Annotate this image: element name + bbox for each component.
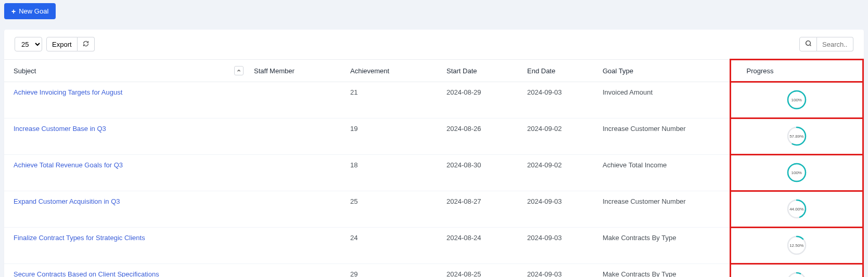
- cell-end-date: 2024-09-02: [522, 155, 597, 191]
- progress-ring: 12.50%: [787, 235, 807, 255]
- chevron-up-icon: [236, 68, 241, 73]
- cell-goal-type: Make Contracts By Type: [597, 228, 730, 264]
- cell-achievement: 19: [345, 118, 441, 155]
- header-progress-label: Progress: [747, 67, 774, 75]
- refresh-button[interactable]: [78, 37, 95, 51]
- column-header-staff[interactable]: Staff Member: [249, 60, 345, 82]
- export-label: Export: [52, 41, 72, 48]
- refresh-icon: [83, 41, 89, 48]
- cell-end-date: 2024-09-03: [522, 191, 597, 228]
- progress-ring: 44.00%: [787, 199, 807, 219]
- cell-progress: 12.50%: [730, 228, 863, 264]
- progress-percent-label: 12.50%: [787, 235, 807, 255]
- cell-start-date: 2024-08-29: [441, 82, 522, 118]
- cell-start-date: 2024-08-24: [441, 228, 522, 264]
- cell-staff: [249, 228, 345, 264]
- subject-link[interactable]: Increase Customer Base in Q3: [14, 125, 106, 133]
- cell-staff: [249, 191, 345, 228]
- cell-staff: [249, 155, 345, 191]
- cell-end-date: 2024-09-03: [522, 228, 597, 264]
- table-row: Achieve Invoicing Targets for August2120…: [4, 82, 863, 118]
- cell-staff: [249, 82, 345, 118]
- progress-percent-label: 100%: [787, 90, 807, 110]
- cell-progress: 100%: [730, 82, 863, 118]
- subject-link[interactable]: Finalize Contract Types for Strategic Cl…: [14, 234, 145, 242]
- toolbar-right: [799, 37, 853, 51]
- sort-button[interactable]: [234, 66, 244, 75]
- export-button[interactable]: Export: [46, 37, 78, 51]
- cell-end-date: 2024-09-03: [522, 264, 597, 278]
- cell-start-date: 2024-08-26: [441, 118, 522, 155]
- new-goal-button[interactable]: + New Goal: [4, 3, 56, 19]
- cell-start-date: 2024-08-30: [441, 155, 522, 191]
- new-goal-label: New Goal: [19, 7, 48, 15]
- subject-link[interactable]: Achieve Invoicing Targets for August: [14, 88, 122, 96]
- column-header-end[interactable]: End Date: [522, 60, 597, 82]
- header-type-label: Goal Type: [603, 67, 633, 75]
- cell-start-date: 2024-08-25: [441, 264, 522, 278]
- table-row: Expand Customer Acquisition in Q3252024-…: [4, 191, 863, 228]
- progress-percent-label: 100%: [787, 163, 807, 182]
- progress-ring: 6.90%: [787, 272, 807, 277]
- goals-card: 25 Export: [4, 30, 864, 277]
- table-row: Finalize Contract Types for Strategic Cl…: [4, 228, 863, 264]
- plus-icon: +: [11, 8, 16, 15]
- cell-progress: 6.90%: [730, 264, 863, 278]
- column-header-achievement[interactable]: Achievement: [345, 60, 441, 82]
- page-size-select[interactable]: 25: [15, 37, 42, 51]
- header-subject-label: Subject: [14, 67, 36, 75]
- cell-staff: [249, 264, 345, 278]
- cell-achievement: 18: [345, 155, 441, 191]
- cell-subject: Finalize Contract Types for Strategic Cl…: [4, 228, 249, 264]
- search-icon: [805, 40, 812, 48]
- cell-start-date: 2024-08-27: [441, 191, 522, 228]
- column-header-type[interactable]: Goal Type: [597, 60, 730, 82]
- table-header-row: Subject Staff Member Achievement Start D…: [4, 60, 863, 82]
- cell-progress: 57.89%: [730, 118, 863, 155]
- cell-progress: 100%: [730, 155, 863, 191]
- column-header-subject[interactable]: Subject: [4, 60, 249, 82]
- export-group: Export: [46, 37, 95, 51]
- column-header-start[interactable]: Start Date: [441, 60, 522, 82]
- svg-point-0: [806, 41, 810, 46]
- goals-table: Subject Staff Member Achievement Start D…: [4, 59, 864, 277]
- cell-subject: Achieve Total Revenue Goals for Q3: [4, 155, 249, 191]
- cell-end-date: 2024-09-03: [522, 82, 597, 118]
- header-end-label: End Date: [527, 67, 555, 75]
- table-row: Secure Contracts Based on Client Specifi…: [4, 264, 863, 278]
- progress-ring: 57.89%: [787, 126, 807, 146]
- search-input[interactable]: [817, 37, 853, 51]
- table-toolbar: 25 Export: [4, 30, 864, 59]
- cell-subject: Achieve Invoicing Targets for August: [4, 82, 249, 118]
- cell-subject: Expand Customer Acquisition in Q3: [4, 191, 249, 228]
- cell-goal-type: Increase Customer Number: [597, 118, 730, 155]
- subject-link[interactable]: Expand Customer Acquisition in Q3: [14, 197, 120, 205]
- cell-goal-type: Achieve Total Income: [597, 155, 730, 191]
- progress-percent-label: 57.89%: [787, 126, 807, 146]
- cell-goal-type: Invoiced Amount: [597, 82, 730, 118]
- table-row: Achieve Total Revenue Goals for Q3182024…: [4, 155, 863, 191]
- progress-percent-label: 6.90%: [787, 272, 807, 277]
- cell-goal-type: Increase Customer Number: [597, 191, 730, 228]
- header-staff-label: Staff Member: [254, 67, 295, 75]
- subject-link[interactable]: Achieve Total Revenue Goals for Q3: [14, 161, 123, 169]
- progress-ring: 100%: [787, 90, 807, 110]
- cell-progress: 44.00%: [730, 191, 863, 228]
- cell-achievement: 21: [345, 82, 441, 118]
- header-achievement-label: Achievement: [350, 67, 389, 75]
- cell-staff: [249, 118, 345, 155]
- cell-goal-type: Make Contracts By Type: [597, 264, 730, 278]
- cell-achievement: 29: [345, 264, 441, 278]
- toolbar-left: 25 Export: [15, 37, 95, 51]
- progress-ring: 100%: [787, 163, 807, 182]
- cell-subject: Increase Customer Base in Q3: [4, 118, 249, 155]
- search-button[interactable]: [799, 37, 817, 51]
- column-header-progress[interactable]: Progress: [730, 60, 863, 82]
- table-row: Increase Customer Base in Q3192024-08-26…: [4, 118, 863, 155]
- subject-link[interactable]: Secure Contracts Based on Client Specifi…: [14, 270, 159, 277]
- cell-achievement: 24: [345, 228, 441, 264]
- cell-subject: Secure Contracts Based on Client Specifi…: [4, 264, 249, 278]
- cell-achievement: 25: [345, 191, 441, 228]
- progress-percent-label: 44.00%: [787, 199, 807, 219]
- header-start-label: Start Date: [446, 67, 477, 75]
